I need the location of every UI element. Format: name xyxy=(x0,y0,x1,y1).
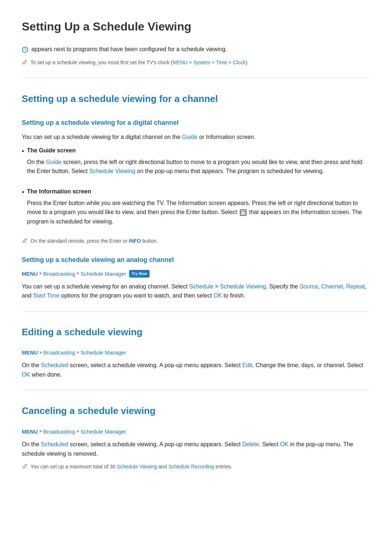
section2-breadcrumb: MENU > Broadcasting > Schedule Manager xyxy=(22,348,370,357)
ok-link-edit[interactable]: OK xyxy=(22,372,30,378)
section3-breadcrumb: MENU > Broadcasting > Schedule Manager xyxy=(22,427,370,436)
breadcrumb-broadcasting-1[interactable]: Broadcasting xyxy=(43,270,75,278)
scheduled-link-cancel[interactable]: Scheduled xyxy=(41,441,68,447)
schedule-viewing-link-note[interactable]: Schedule Viewing xyxy=(117,464,157,469)
subsection1-heading: Setting up a schedule viewing for a digi… xyxy=(22,118,370,128)
schedule-link-analog[interactable]: Schedule xyxy=(189,283,213,290)
note-clock-setup: To set up a schedule viewing, you must f… xyxy=(22,58,370,67)
subsection1-intro: You can set up a schedule viewing for a … xyxy=(22,132,370,142)
chevron-icon-6: > xyxy=(77,428,79,435)
clock-link[interactable]: Clock xyxy=(233,59,246,65)
divider-1 xyxy=(22,78,370,78)
list-item-info: The Information screen Press the Enter b… xyxy=(22,187,370,230)
chevron-icon-4: > xyxy=(77,349,79,356)
chevron-icon-2: > xyxy=(77,270,79,277)
scheduled-link-edit[interactable]: Scheduled xyxy=(41,362,68,368)
breadcrumb-schedule-manager-3[interactable]: Schedule Manager xyxy=(81,427,126,436)
section2-heading: Editing a schedule viewing xyxy=(22,325,370,342)
chevron-icon-5: > xyxy=(39,428,42,435)
guide-screen-title: The Guide screen xyxy=(27,146,370,155)
page-title: Setting Up a Schedule Viewing xyxy=(22,17,370,36)
edit-link[interactable]: Edit xyxy=(242,362,253,368)
info-screen-text: Press the Enter button while you are wat… xyxy=(27,198,370,226)
schedule-viewing-link-1[interactable]: Schedule Viewing xyxy=(89,168,135,174)
try-now-badge[interactable]: Try Now xyxy=(129,270,150,278)
time-link[interactable]: Time xyxy=(216,59,227,65)
guide-link-body[interactable]: Guide xyxy=(46,159,62,165)
guide-bullet-content: The Guide screen On the Guide screen, pr… xyxy=(27,146,370,180)
delete-link[interactable]: Delete xyxy=(242,441,259,447)
section3-heading: Canceling a schedule viewing xyxy=(22,403,370,421)
breadcrumb-schedule-manager-2[interactable]: Schedule Manager xyxy=(81,348,126,357)
chevron-icon-3: > xyxy=(39,349,42,356)
section1-heading: Setting up a schedule viewing for a chan… xyxy=(22,91,370,109)
repeat-link[interactable]: Repeat xyxy=(346,283,365,290)
ok-link-cancel[interactable]: OK xyxy=(280,441,289,447)
info-screen-title: The Information screen xyxy=(27,187,370,196)
note-standard-remote: On the standard remote, press the Enter … xyxy=(22,237,370,246)
editing-text: On the Scheduled screen, select a schedu… xyxy=(22,361,370,379)
note-clock-text: To set up a schedule viewing, you must f… xyxy=(30,58,249,66)
clock-icon xyxy=(22,46,31,52)
system-link[interactable]: System xyxy=(193,59,211,65)
breadcrumb-broadcasting-3[interactable]: Broadcasting xyxy=(43,427,75,436)
menu-link[interactable]: MENU xyxy=(172,59,187,65)
note-remote-text: On the standard remote, press the Enter … xyxy=(30,237,158,245)
channel-link[interactable]: Channel xyxy=(321,283,343,290)
chevron-icon-1: > xyxy=(39,270,42,277)
schedule-viewing-link-analog[interactable]: Schedule Viewing xyxy=(220,283,266,290)
canceling-text: On the Scheduled screen, select a schedu… xyxy=(22,440,370,458)
subsection2-breadcrumb: MENU > Broadcasting > Schedule Manager T… xyxy=(22,270,370,278)
guide-screen-text: On the Guide screen, press the left or r… xyxy=(27,157,370,176)
intro-paragraph: appears next to programs that have been … xyxy=(22,45,370,54)
breadcrumb-menu-1[interactable]: MENU xyxy=(22,270,38,278)
guide-bullets-list: The Guide screen On the Guide screen, pr… xyxy=(22,146,370,230)
analog-channel-text: You can set up a schedule viewing for an… xyxy=(22,282,370,300)
pencil-icon xyxy=(22,59,28,67)
pencil-icon-3 xyxy=(22,463,28,471)
divider-3 xyxy=(22,390,370,390)
note-max-entries: You can set up a maximum total of 30 Sch… xyxy=(22,463,370,471)
guide-link-intro[interactable]: Guide xyxy=(182,134,198,140)
subsection2-heading: Setting up a schedule viewing an analog … xyxy=(22,255,370,265)
breadcrumb-menu-3[interactable]: MENU xyxy=(22,427,38,436)
divider-2 xyxy=(22,311,370,312)
pencil-icon-2 xyxy=(22,238,28,246)
note-max-text: You can set up a maximum total of 30 Sch… xyxy=(30,463,232,471)
schedule-inline-icon xyxy=(240,209,246,216)
start-time-link[interactable]: Start Time xyxy=(33,292,60,299)
info-bullet-content: The Information screen Press the Enter b… xyxy=(27,187,370,230)
breadcrumb-menu-2[interactable]: MENU xyxy=(22,348,38,357)
source-link[interactable]: Source xyxy=(299,283,318,290)
list-item-guide: The Guide screen On the Guide screen, pr… xyxy=(22,146,370,180)
breadcrumb-schedule-manager-1[interactable]: Schedule Manager xyxy=(81,270,126,278)
schedule-recording-link-note[interactable]: Schedule Recording xyxy=(168,464,214,469)
info-link[interactable]: INFO xyxy=(129,238,141,244)
breadcrumb-broadcasting-2[interactable]: Broadcasting xyxy=(43,348,75,357)
ok-link-analog[interactable]: OK xyxy=(213,292,222,299)
svg-rect-1 xyxy=(241,211,245,214)
intro-text: appears next to programs that have been … xyxy=(31,46,227,52)
